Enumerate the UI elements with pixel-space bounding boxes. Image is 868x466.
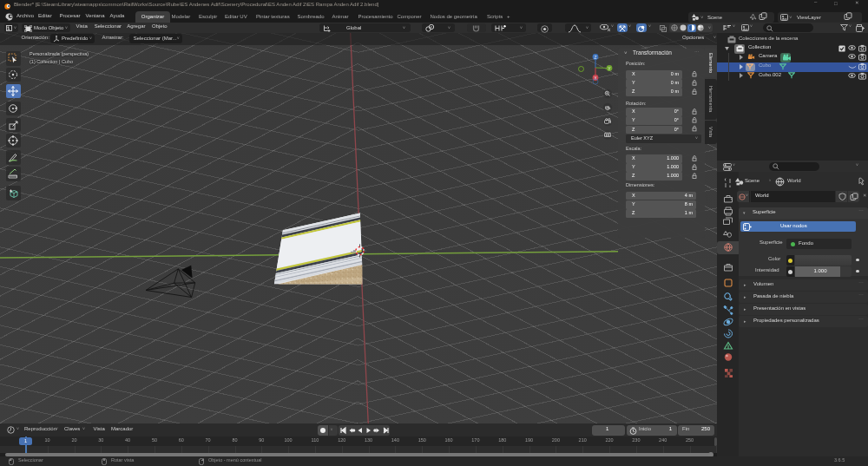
svg-text:Z: Z [594, 54, 596, 59]
